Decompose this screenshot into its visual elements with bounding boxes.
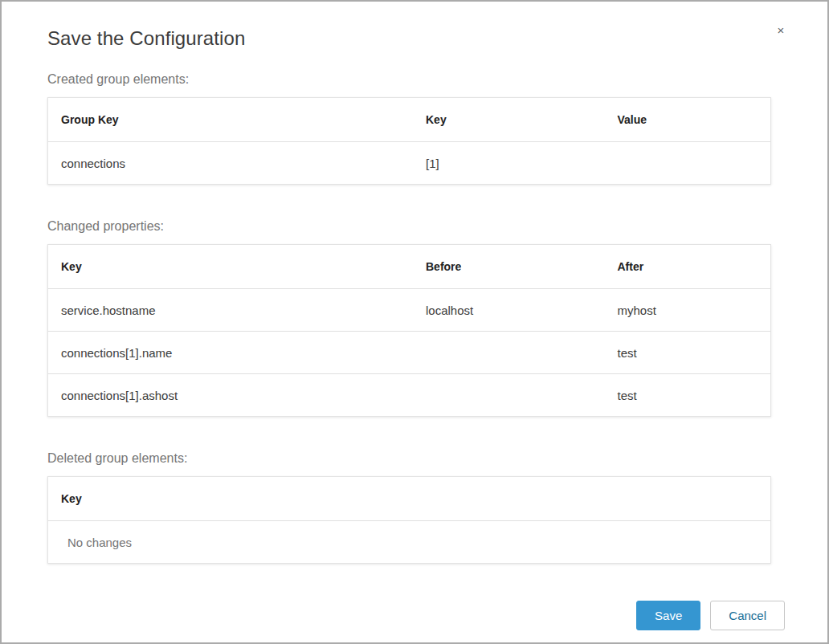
table-cell: connections[1].ashost bbox=[48, 374, 414, 417]
column-header: Key bbox=[48, 477, 771, 521]
column-header: Key bbox=[48, 245, 414, 289]
deleted-group-elements-label: Deleted group elements: bbox=[47, 451, 782, 466]
column-header: Key bbox=[413, 98, 605, 142]
table-row: connections[1].nametest bbox=[48, 332, 771, 374]
changed-properties-table: KeyBeforeAfterservice.hostnamelocalhostm… bbox=[47, 244, 771, 417]
dialog-actions: Save Cancel bbox=[47, 601, 785, 630]
column-header: Group Key bbox=[48, 98, 414, 142]
table-cell: localhost bbox=[413, 289, 605, 332]
table-row: service.hostnamelocalhostmyhost bbox=[48, 289, 771, 332]
created-group-elements-table: Group KeyKeyValueconnections[1] bbox=[47, 97, 771, 185]
table-row: No changes bbox=[48, 521, 771, 564]
column-header: Value bbox=[605, 98, 771, 142]
table-row: connections[1] bbox=[48, 142, 771, 185]
table-cell: connections bbox=[48, 142, 414, 185]
table-cell: service.hostname bbox=[48, 289, 414, 332]
table-header-row: Group KeyKeyValue bbox=[48, 98, 771, 142]
column-header: Before bbox=[413, 245, 605, 289]
table-cell bbox=[413, 374, 605, 417]
save-button[interactable]: Save bbox=[636, 601, 700, 630]
empty-row-text: No changes bbox=[48, 521, 771, 564]
table-header-row: KeyBeforeAfter bbox=[48, 245, 771, 289]
created-group-elements-label: Created group elements: bbox=[47, 72, 782, 87]
table-row: connections[1].ashosttest bbox=[48, 374, 771, 417]
table-cell: test bbox=[605, 332, 771, 374]
column-header: After bbox=[605, 245, 771, 289]
changed-properties-label: Changed properties: bbox=[47, 219, 782, 234]
close-icon[interactable]: × bbox=[774, 24, 787, 37]
table-cell: test bbox=[605, 374, 771, 417]
cancel-button[interactable]: Cancel bbox=[710, 601, 785, 630]
table-cell bbox=[413, 332, 605, 374]
dialog-title: Save the Configuration bbox=[47, 27, 782, 50]
table-cell: connections[1].name bbox=[48, 332, 414, 374]
deleted-group-elements-table: KeyNo changes bbox=[47, 476, 771, 564]
table-cell: myhost bbox=[605, 289, 771, 332]
save-configuration-dialog: × Save the Configuration Created group e… bbox=[0, 0, 829, 644]
table-cell bbox=[605, 142, 771, 185]
table-cell: [1] bbox=[413, 142, 605, 185]
table-header-row: Key bbox=[48, 477, 771, 521]
